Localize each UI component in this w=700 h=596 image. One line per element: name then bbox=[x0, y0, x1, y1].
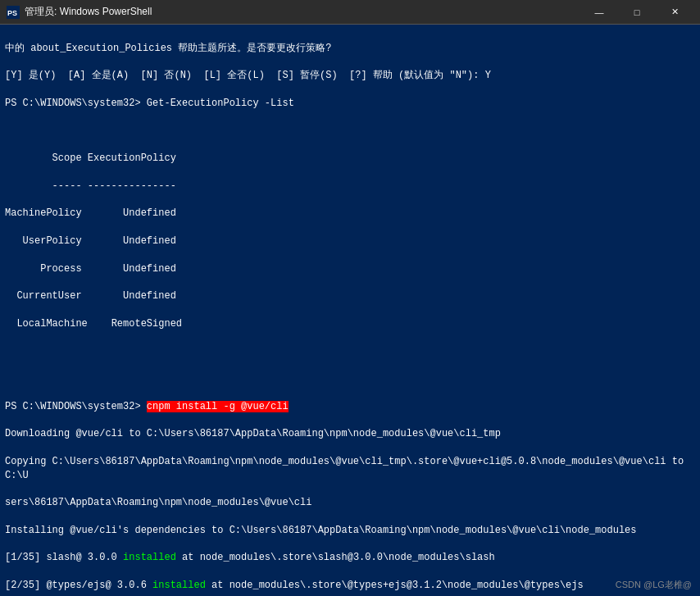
maximize-button[interactable]: □ bbox=[618, 0, 656, 25]
title-bar: PS 管理员: Windows PowerShell — □ ✕ bbox=[0, 0, 700, 25]
terminal-body[interactable]: 中的 about_Execution_Policies 帮助主题所述。是否要更改… bbox=[0, 25, 700, 596]
window-title: 管理员: Windows PowerShell bbox=[25, 5, 580, 19]
minimize-button[interactable]: — bbox=[580, 0, 618, 25]
window-controls: — □ ✕ bbox=[580, 0, 693, 25]
powershell-icon: PS bbox=[7, 6, 20, 19]
svg-text:PS: PS bbox=[7, 9, 17, 17]
watermark: CSDN @LG老椎@ bbox=[616, 579, 692, 591]
close-button[interactable]: ✕ bbox=[656, 0, 693, 25]
